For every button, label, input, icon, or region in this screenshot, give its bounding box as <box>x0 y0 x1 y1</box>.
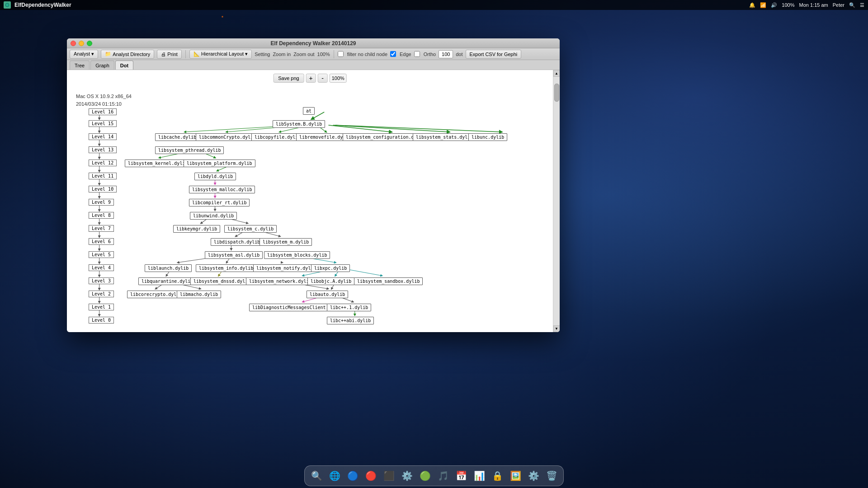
node-libsystem-info[interactable]: libsystem_info.dylib <box>196 264 256 272</box>
ortho-checkbox[interactable] <box>414 51 420 57</box>
node-libdispatch[interactable]: libdispatch.dylib <box>211 238 263 246</box>
filter-checkbox[interactable] <box>338 51 344 57</box>
tab-dot[interactable]: Dot <box>115 61 133 70</box>
tab-graph[interactable]: Graph <box>90 61 114 70</box>
dock-filezilla[interactable]: 🔴 <box>363 468 379 484</box>
node-libsystem-kernel[interactable]: libsystem_kernel.dylib <box>125 160 191 167</box>
ortho-input[interactable] <box>439 50 453 58</box>
taskbar-app-name: ElfDependencyWalker <box>14 2 71 8</box>
graph-canvas[interactable]: Save png + - 100% Mac OS X 10.9.2 x86_64… <box>67 70 553 332</box>
node-libsystem-m[interactable]: libsystem_m.dylib <box>259 238 312 246</box>
dock-chrome2[interactable]: 🟢 <box>417 468 433 484</box>
node-libsystem-malloc[interactable]: libsystem_malloc.dylib <box>189 186 255 193</box>
zoom-100-label: 100% <box>317 52 330 57</box>
node-libquarantine[interactable]: libquarantine.dylib <box>138 277 196 285</box>
node-libcache[interactable]: libcache.dylib <box>155 133 199 141</box>
layout-button[interactable]: 📐 Hierarchical Layout ▾ <box>189 50 252 59</box>
print-button[interactable]: 🖨 Print <box>157 50 182 59</box>
scrollbar-right[interactable]: ▲ ▼ <box>553 70 560 332</box>
save-png-button[interactable]: Save png <box>273 74 304 83</box>
level-2-node: Level 2 <box>89 291 114 297</box>
level-13-node: Level 13 <box>89 146 117 153</box>
level-8-node: Level 8 <box>89 212 114 219</box>
minimize-button[interactable] <box>79 41 84 46</box>
zoom-out-button[interactable]: - <box>318 74 328 83</box>
svg-line-24 <box>335 125 501 132</box>
maximize-button[interactable] <box>87 41 92 46</box>
search-icon[interactable]: 🔍 <box>849 2 855 8</box>
dock-settings[interactable]: ⚙️ <box>525 468 542 484</box>
close-button[interactable] <box>71 41 76 46</box>
dock-lock[interactable]: 🔒 <box>489 468 505 484</box>
node-libauto[interactable]: libauto.dylib <box>307 291 348 298</box>
node-libcxxabi[interactable]: libc++abi.dylib <box>327 317 374 324</box>
layout-icon: 📐 <box>193 51 200 57</box>
tab-tree[interactable]: Tree <box>70 61 90 70</box>
content-area: Save png + - 100% Mac OS X 10.9.2 x86_64… <box>67 70 560 332</box>
star-decoration <box>222 16 223 18</box>
level-11-node: Level 11 <box>89 173 117 179</box>
level-0-node: Level 0 <box>89 317 114 324</box>
node-libxpc[interactable]: libxpc.dylib <box>311 264 350 272</box>
dock-calendar[interactable]: 📅 <box>453 468 469 484</box>
node-libkeymgr[interactable]: libkeymgr.dylib <box>173 225 220 233</box>
volume-icon[interactable]: 🔊 <box>771 2 777 8</box>
notification-icon[interactable]: 🔔 <box>749 2 755 8</box>
scroll-down-arrow[interactable]: ▼ <box>553 325 560 332</box>
username: Peter <box>833 2 844 8</box>
analyst-button[interactable]: Analyst ▾ <box>70 50 98 59</box>
node-libsystem-platform[interactable]: libsystem_platform.dylib <box>184 160 255 167</box>
dock-finder[interactable]: 🔍 <box>308 468 325 484</box>
dock-browser[interactable]: 🌐 <box>326 468 343 484</box>
node-libdyld[interactable]: libdyld.dylib <box>194 173 236 180</box>
node-libsystem-sandbox[interactable]: libsystem_sandbox.dylib <box>354 277 423 285</box>
node-libsystem-pthread[interactable]: libsystem_pthread.dylib <box>155 146 224 154</box>
dock-monitor[interactable]: 📊 <box>471 468 487 484</box>
dock-chrome[interactable]: 🔵 <box>344 468 361 484</box>
zoom-in-label[interactable]: Zoom in <box>273 52 291 57</box>
divider-1 <box>185 50 186 58</box>
node-libsystem-dnssd[interactable]: libsystem_dnssd.dylib <box>190 277 254 285</box>
wifi-icon[interactable]: 📶 <box>760 2 766 8</box>
scrollbar-thumb[interactable] <box>554 84 559 102</box>
menu-icon[interactable]: ☰ <box>860 2 864 8</box>
node-libunc[interactable]: libunc.dylib <box>468 133 507 141</box>
dock-photo[interactable]: 🖼️ <box>507 468 524 484</box>
scroll-up-arrow[interactable]: ▲ <box>553 70 560 77</box>
node-libsystem-notify[interactable]: libsystem_notify.dylib <box>253 264 319 272</box>
os-info: Mac OS X 10.9.2 x86_64 <box>76 93 132 100</box>
divider-2 <box>334 50 334 58</box>
window-titlebar: Elf Dependency Walker 20140129 <box>67 38 560 48</box>
node-libcxx1[interactable]: libc++.1.dylib <box>327 304 371 311</box>
setting-label[interactable]: Setting <box>255 52 270 57</box>
date-info: 2014/03/24 01:15:10 <box>76 100 132 108</box>
dock-trash[interactable]: 🗑️ <box>543 468 560 484</box>
dock-music[interactable]: 🎵 <box>435 468 451 484</box>
node-libobjc-a[interactable]: libobjc.A.dylib <box>307 277 354 285</box>
export-csv-button[interactable]: Export CSV for Gephi <box>466 50 522 59</box>
clock: Mon 1:15 am <box>799 2 828 8</box>
dock-tools[interactable]: ⚙️ <box>399 468 415 484</box>
level-15-node: Level 15 <box>89 120 117 127</box>
node-libsystem-network[interactable]: libsystem_network.dylib <box>246 277 315 285</box>
taskbar: ElfDependencyWalker 🔔 📶 🔊 100% Mon 1:15 … <box>0 0 868 10</box>
zoom-out-label[interactable]: Zoom out <box>293 52 314 57</box>
node-libsystem-b[interactable]: libSystem.B.dylib <box>273 120 325 128</box>
node-libsystem-c[interactable]: libsystem_c.dylib <box>224 225 277 233</box>
folder-icon: 📁 <box>105 51 111 57</box>
node-at[interactable]: at <box>303 107 315 115</box>
node-libsystem-stats[interactable]: libsystem_stats.dylib <box>413 133 476 141</box>
window-title: Elf Dependency Walker 20140129 <box>271 40 356 47</box>
node-libunwind[interactable]: libunwind.dylib <box>190 212 237 220</box>
dock-terminal[interactable]: ⬛ <box>381 468 397 484</box>
edge-checkbox[interactable] <box>390 51 396 57</box>
node-libsystem-blocks[interactable]: libsystem_blocks.dylib <box>264 251 330 259</box>
node-libcompiler-rt[interactable]: libcompiler_rt.dylib <box>189 199 250 206</box>
node-libcommoncrypto[interactable]: libcommonCrypto.dylib <box>196 133 259 141</box>
filter-label: filter no child node <box>347 52 387 57</box>
node-libmacho[interactable]: libmacho.dylib <box>177 291 221 298</box>
node-libsystem-asl[interactable]: libsystem_asl.dylib <box>205 251 263 259</box>
zoom-in-button[interactable]: + <box>306 74 316 83</box>
node-liblaunch[interactable]: liblaunch.dylib <box>145 264 192 272</box>
analyst-directory-button[interactable]: 📁 Analyst Directory <box>101 50 154 59</box>
